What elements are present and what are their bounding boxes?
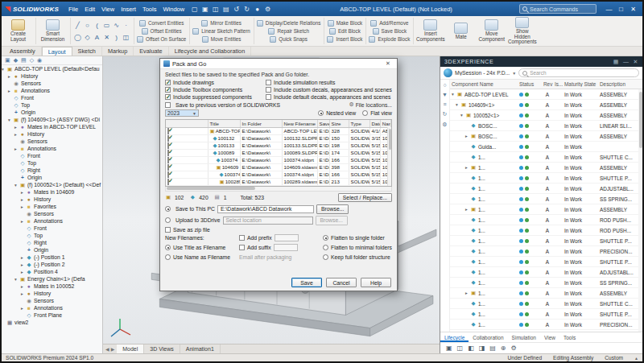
radio-button[interactable]: [323, 245, 328, 250]
column-header[interactable]: Date: [369, 120, 380, 127]
component-row[interactable]: 1... A In Work SHUTTLE P...: [450, 257, 642, 267]
propertymanager-icon[interactable]: ◆: [14, 57, 18, 64]
chevron-down-icon[interactable]: ▼: [512, 71, 516, 76]
save-to-folder-cell[interactable]: E:\Datawork\AB: [317, 134, 329, 142]
tree-item[interactable]: ▸ History: [2, 196, 102, 203]
add-suffix-checkbox[interactable]: [239, 245, 245, 250]
panel-tab[interactable]: Simulation: [508, 332, 540, 342]
component-row[interactable]: 1... A In Work PRECISION...: [450, 320, 642, 330]
save-to-folder-cell[interactable]: E:\Datawork\AB: [317, 127, 329, 134]
include-option[interactable]: Include drawings: [165, 79, 262, 86]
commandmanager-tab[interactable]: Markup: [102, 47, 134, 56]
tree-item[interactable]: ▸ (-) Position 1: [2, 254, 102, 261]
prefix-input[interactable]: [275, 234, 299, 241]
ribbon-command[interactable]: Mirror Entities: [201, 20, 242, 27]
component-row[interactable]: 1... A In Work ADJUSTABL...: [450, 184, 642, 194]
new-filename-cell[interactable]: 100089.SLDPRT: [282, 149, 317, 156]
tools-icon[interactable]: ⚙: [511, 344, 517, 352]
file-row[interactable]: 100374 E:\Datawork\ 100374.sldprt E:\Dat…: [166, 156, 391, 163]
save-icon[interactable]: ◫: [210, 4, 221, 14]
save-to-folder-cell[interactable]: E:\Datawork\AB: [317, 149, 329, 156]
include-option[interactable]: Include simulation results: [266, 79, 392, 86]
row-checkbox[interactable]: [167, 134, 169, 142]
tree-item[interactable]: ▸ (-) Position 2: [2, 261, 102, 268]
spline-icon[interactable]: ∿: [112, 22, 121, 29]
flatten-minimal-option[interactable]: Flatten to minimal folders: [323, 244, 392, 252]
radio-button[interactable]: [362, 110, 368, 116]
tree-item[interactable]: ▸ History: [2, 130, 102, 138]
share-icon[interactable]: ⊕: [501, 344, 506, 352]
text-icon[interactable]: A: [93, 34, 101, 41]
open-icon[interactable]: ▣: [200, 4, 210, 14]
suffix-input[interactable]: [274, 244, 298, 251]
flatten-single-option[interactable]: Flatten to single folder: [323, 234, 392, 242]
save-as-zip-checkbox[interactable]: [165, 227, 171, 233]
new-filename-cell[interactable]: 100133.SLDPRT: [282, 142, 317, 149]
new-filename-cell[interactable]: 100289.sldasm: [282, 178, 317, 185]
grid-icon[interactable]: ▦: [613, 59, 619, 65]
commandmanager-tab[interactable]: Lifecycle and Collaboration: [169, 47, 252, 56]
include-option[interactable]: Include suppressed components: [165, 93, 262, 101]
new-filename-cell[interactable]: 100374.sldprt: [282, 171, 317, 178]
column-header[interactable]: Save To Folder: [317, 120, 329, 127]
menu-item[interactable]: Insert: [118, 6, 139, 13]
component-row[interactable]: 1... A In Work PRECISION...: [450, 246, 642, 257]
file-row[interactable]: 104609 E:\Datawork\ 104609.sldasm E:\Dat…: [166, 163, 391, 171]
tree-item[interactable]: Right: [2, 239, 102, 246]
component-row[interactable]: 1... A In Work ROD PUSH...: [450, 225, 642, 236]
create-layout-button[interactable]: Create Layout: [4, 19, 32, 42]
trim-icon[interactable]: ✕: [102, 34, 111, 41]
row-checkbox[interactable]: [167, 149, 169, 156]
new-icon[interactable]: ▢: [189, 4, 200, 14]
tab-scroll-left-icon[interactable]: ◀: [105, 346, 109, 352]
polygon-icon[interactable]: ◇: [83, 34, 92, 41]
new-filename-cell[interactable]: ABCD-TOP LEVEL.SLD: [282, 127, 317, 134]
tree-item[interactable]: ▸ Position 4: [2, 268, 102, 275]
save-previous-version-checkbox[interactable]: [165, 102, 171, 108]
model-tab[interactable]: Model: [117, 344, 144, 353]
panel-tab[interactable]: Lifecycle: [440, 332, 469, 342]
row-checkbox[interactable]: [167, 178, 169, 185]
component-row[interactable]: ▸ 1... A In Work ASSEMBLY: [450, 163, 642, 173]
commandmanager-tab[interactable]: Layout: [42, 47, 72, 56]
column-description[interactable]: Description: [598, 81, 642, 87]
rebuild-icon[interactable]: ●: [252, 4, 262, 14]
row-checkbox[interactable]: [167, 171, 169, 178]
add-prefix-option[interactable]: Add prefix: [239, 234, 323, 242]
ribbon-command[interactable]: Make Block: [328, 20, 363, 27]
tab-scroll-right-icon[interactable]: ▶: [111, 346, 115, 352]
ribbon-command[interactable]: Save Block: [373, 28, 407, 35]
menu-item[interactable]: Window: [159, 6, 188, 13]
radio-button[interactable]: [165, 245, 171, 250]
row-checkbox[interactable]: [167, 142, 169, 149]
column-header[interactable]: In Folder: [240, 120, 282, 127]
compare-icon[interactable]: ◨: [479, 344, 485, 352]
checkbox[interactable]: [266, 80, 271, 85]
file-row[interactable]: 100089 E:\Datawork\ 100089.SLDPRT E:\Dat…: [166, 149, 391, 156]
file-row[interactable]: ABCD-TOP LEVEL E:\Datawork\ ABCD-TOP LEV…: [166, 127, 391, 134]
search-icon[interactable]: ○: [443, 82, 446, 88]
ribbon-command[interactable]: Insert Block: [327, 36, 362, 43]
save-to-folder-cell[interactable]: E:\Datawork\AB: [317, 178, 329, 185]
add-prefix-checkbox[interactable]: [239, 235, 245, 241]
featuremanager-icon[interactable]: ▣: [5, 57, 10, 64]
ribbon-big-button[interactable]: Move Component: [477, 19, 506, 42]
keep-structure-option[interactable]: Keep full folder structure: [323, 254, 392, 262]
view-mode-radio[interactable]: Flat view: [362, 110, 392, 116]
settings-icon[interactable]: ⚙: [442, 122, 447, 128]
ribbon-command[interactable]: Explode Block: [369, 36, 410, 43]
save-to-folder-cell[interactable]: E:\Datawork\AB: [317, 171, 329, 178]
tree-item[interactable]: Right: [2, 167, 102, 174]
model-tab[interactable]: Animation1: [180, 344, 221, 353]
point-icon[interactable]: ·: [122, 22, 130, 29]
save-to-folder-cell[interactable]: E:\Datawork\AB: [317, 156, 329, 163]
tree-item[interactable]: Top: [2, 101, 102, 109]
row-checkbox[interactable]: [167, 156, 169, 163]
ribbon-command[interactable]: Add/Remove: [370, 20, 408, 27]
tree-item[interactable]: ▸ Annotations: [2, 145, 102, 152]
checkbox[interactable]: [165, 87, 171, 93]
tree-item[interactable]: ▸ Annotations: [2, 87, 102, 94]
menu-item[interactable]: File: [65, 6, 81, 13]
column-rev[interactable]: Rev: [542, 81, 553, 87]
component-row[interactable]: ▸ 1... A In Work ASSEMBLY: [450, 204, 642, 215]
